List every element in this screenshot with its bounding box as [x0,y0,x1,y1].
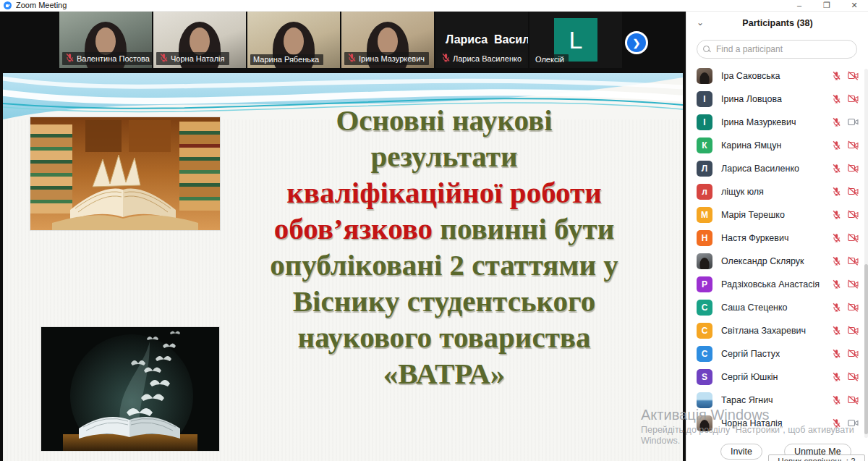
participant-row[interactable]: ІІрина Мазуркевич [686,111,868,134]
video-off-icon [848,232,859,245]
participant-row[interactable]: SСергій Юшкін [686,365,868,389]
participant-row[interactable]: ННастя Фуркевич [686,227,868,250]
tile-name-label: Лариса Василенко [438,52,526,65]
video-tile[interactable]: LОлексій [529,12,622,68]
video-off-icon [848,140,859,153]
maximize-button[interactable]: ❐ [814,0,839,11]
slide-title: Основні науковірезультатикваліфікаційної… [209,102,679,392]
participant-avatar: Л [697,161,712,177]
video-off-icon [848,302,859,315]
mic-muted-icon [832,117,841,130]
participant-avatar: М [697,207,712,223]
video-off-icon [848,279,859,292]
participant-avatar: К [697,138,712,153]
participant-row[interactable]: РРадзіховська Анастасія [686,273,868,296]
participant-display-name: Лариса Василе... [446,33,528,46]
mic-muted-icon [832,348,841,361]
participant-row[interactable]: ММарія Терешко [686,203,868,227]
participants-panel: ⌄ Participants (38) Іра СаковськаІІрина … [686,11,868,461]
participant-avatar: л [697,184,712,200]
scrollbar-thumb[interactable] [864,264,868,434]
zoom-app-icon [4,1,12,9]
participant-row[interactable]: Чорна Наталія [686,412,868,435]
video-tile[interactable]: Ірина Мазуркевич [341,12,434,68]
mic-muted-icon [832,186,841,199]
video-tile[interactable]: Чорна Наталія [153,12,246,68]
participant-avatar: І [697,114,712,130]
mic-muted-icon [347,53,357,64]
participant-name: Настя Фуркевич [721,233,788,243]
mic-muted-icon [65,53,75,64]
mic-muted-icon [832,232,841,245]
video-tile[interactable]: Лариса Василе...Лариса Василенко [435,12,528,68]
tile-name-label: Ірина Мазуркевич [344,52,429,65]
mic-muted-icon [832,140,841,153]
participant-name: Сергій Пастух [721,349,780,359]
slide-title-line: кваліфікаційної роботи [209,174,679,211]
slide-title-line: Віснику студентського [209,283,679,319]
mic-muted-icon [832,163,841,176]
participant-avatar: С [697,323,712,339]
participant-name: Тарас Ягнич [721,395,773,405]
title-bar: Zoom Meeting – ❐ ✕ [0,0,868,12]
tile-name-label: Валентина Постова [62,52,152,65]
participant-row[interactable]: ССергій Пастух [686,342,868,365]
video-on-icon [848,418,859,431]
video-off-icon [848,209,859,222]
participant-row[interactable]: Олександр Склярук [686,250,868,273]
participant-row[interactable]: ЛЛариса Василенко [686,157,868,180]
participant-row[interactable]: лліщук юля [686,180,868,203]
video-off-icon [848,186,859,199]
participant-name: Карина Ямцун [721,140,781,151]
participant-name: Марія Терешко [721,210,785,220]
participant-row[interactable]: ССвітлана Захаревич [686,319,868,342]
video-off-icon [848,394,859,407]
participant-avatar: Н [697,230,712,246]
participant-row[interactable]: ІІрина Ловцова [686,88,868,111]
zoom-meeting-window: Zoom Meeting – ❐ ✕ Валентина ПостоваЧорн… [0,0,868,461]
participant-avatar [697,253,712,269]
next-participants-page-button[interactable]: ❯ [625,31,648,54]
window-title: Zoom Meeting [16,1,67,9]
slide-title-line: результати [209,138,679,174]
video-tile[interactable]: Валентина Постова [59,12,152,68]
participant-avatar: С [697,346,712,362]
slide-title-line: «ВАТРА» [209,355,679,392]
video-tile[interactable]: Марина Рябенька [247,12,340,68]
mic-muted-icon [832,394,841,407]
mic-muted-icon [832,255,841,268]
chevron-right-icon: ❯ [633,38,641,48]
books-image [30,117,220,230]
shared-screen-area: Валентина ПостоваЧорна НаталіяМарина Ряб… [0,11,686,461]
participant-row[interactable]: Тарас Ягнич [686,389,868,412]
tile-name-label: Олексій [532,54,569,65]
flying-pages-image [41,327,219,451]
participant-row[interactable]: Іра Саковська [686,64,868,88]
participant-name: Лариса Василенко [721,164,799,174]
participant-name: Радзіховська Анастасія [721,279,820,289]
mic-muted-icon [832,325,841,338]
mic-muted-icon [832,279,841,292]
presentation-slide: Основні науковірезультатикваліфікаційної… [3,73,683,461]
invite-button[interactable]: Invite [720,444,762,460]
participant-row[interactable]: ККарина Ямцун [686,134,868,157]
mic-muted-icon [832,209,841,222]
video-off-icon [848,70,859,83]
close-button[interactable]: ✕ [842,0,867,11]
mic-muted-icon [441,53,451,64]
video-off-icon [848,348,859,361]
notification-toast: Нових сповіщень : 2 [768,454,865,461]
participant-row[interactable]: ССаша Стеценко [686,296,868,319]
video-off-icon [848,93,859,106]
mic-muted-icon [832,70,841,83]
slide-title-line: наукового товариства [209,319,679,355]
minimize-button[interactable]: – [787,0,812,11]
participant-name: Світлана Захаревич [721,326,806,336]
participant-search-box[interactable] [697,40,857,59]
participant-name: Ірина Ловцова [721,94,782,104]
video-off-icon [848,325,859,338]
participant-avatar [697,415,712,431]
search-icon [703,46,710,53]
mic-muted-icon [159,53,169,64]
search-input[interactable] [715,43,851,55]
